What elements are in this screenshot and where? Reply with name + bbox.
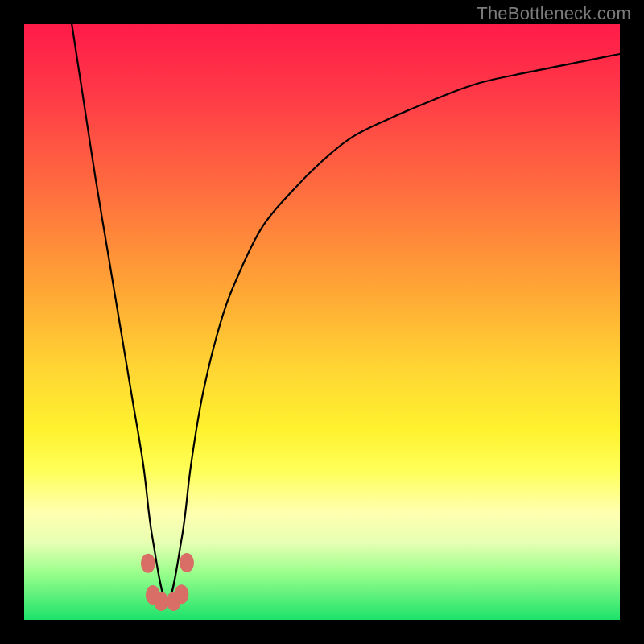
curve-marker xyxy=(180,553,194,572)
plot-area xyxy=(24,24,620,620)
curve-marker xyxy=(174,584,188,604)
chart-frame: TheBottleneck.com xyxy=(0,0,644,644)
curve-marker xyxy=(141,554,155,573)
chart-svg xyxy=(24,24,620,620)
curve-markers xyxy=(141,553,194,611)
curve-marker xyxy=(154,592,168,611)
watermark-text: TheBottleneck.com xyxy=(477,3,631,24)
bottleneck-curve xyxy=(72,24,620,602)
